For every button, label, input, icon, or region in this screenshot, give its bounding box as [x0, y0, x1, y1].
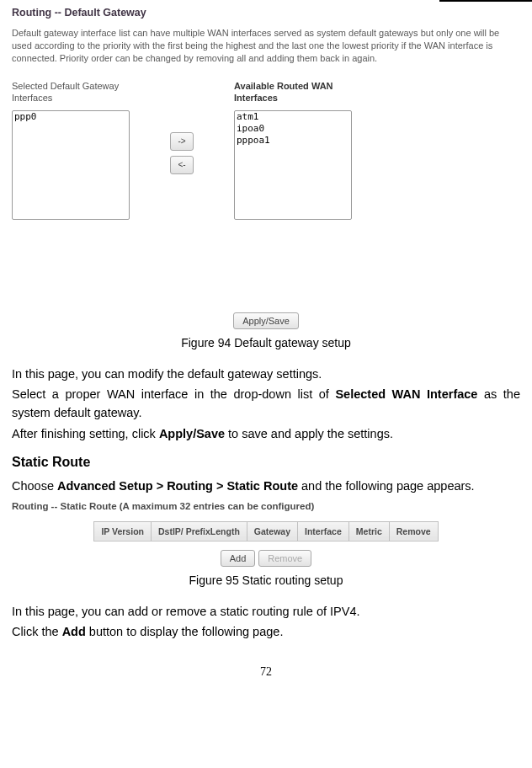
list-item[interactable]: ipoa0 — [235, 123, 351, 135]
list-item[interactable]: atm1 — [235, 111, 351, 123]
paragraph-apply-save: After finishing setting, click Apply/Sav… — [12, 424, 520, 443]
table-header-cell: DstIP/ PrefixLength — [151, 521, 247, 541]
available-interfaces-label: Available Routed WAN Interfaces — [234, 80, 352, 104]
remove-button[interactable]: Remove — [258, 550, 311, 567]
selected-interfaces-listbox[interactable]: ppp0 — [12, 110, 130, 220]
static-route-heading: Static Route — [12, 455, 520, 470]
text-fragment: Click the — [12, 625, 62, 638]
table-header-cell: Gateway — [247, 521, 297, 541]
list-item[interactable]: ppp0 — [13, 111, 129, 123]
text-fragment: to save and apply the settings. — [225, 427, 393, 440]
table-header-cell: Interface — [298, 521, 349, 541]
top-decorative-bar — [439, 0, 532, 2]
static-route-table: IP VersionDstIP/ PrefixLengthGatewayInte… — [93, 521, 438, 541]
text-bold-apply-save: Apply/Save — [159, 427, 225, 440]
paragraph-modify-gateway: In this page, you can modify the default… — [12, 365, 520, 383]
text-fragment: Select a proper WAN interface in the dro… — [12, 387, 335, 401]
table-header-cell: IP Version — [94, 521, 152, 541]
apply-save-button[interactable]: Apply/Save — [233, 312, 299, 329]
paragraph-choose-static-route: Choose Advanced Setup > Routing > Static… — [12, 477, 520, 495]
static-route-panel-title: Routing -- Static Route (A maximum 32 en… — [12, 501, 520, 511]
page-number: 72 — [12, 665, 520, 679]
text-fragment: After finishing setting, click — [12, 427, 159, 440]
available-interfaces-listbox[interactable]: atm1ipoa0pppoa1 — [234, 110, 352, 220]
move-right-button[interactable]: -> — [170, 132, 194, 151]
text-fragment: and the following page appears. — [298, 479, 475, 493]
table-header-cell: Remove — [389, 521, 438, 541]
figure-94-caption: Figure 94 Default gateway setup — [12, 336, 520, 349]
text-bold-nav-path: Advanced Setup > Routing > Static Route — [57, 479, 298, 493]
text-bold-add: Add — [62, 625, 86, 638]
text-bold-selected-wan: Selected WAN Interface — [335, 387, 477, 401]
gateway-panel-title: Routing -- Default Gateway — [12, 7, 520, 19]
gateway-panel: Routing -- Default Gateway Default gatew… — [12, 7, 520, 329]
selected-interfaces-label: Selected Default Gateway Interfaces — [12, 80, 130, 104]
static-route-panel: Routing -- Static Route (A maximum 32 en… — [12, 501, 520, 567]
paragraph-click-add: Click the Add button to display the foll… — [12, 622, 520, 641]
table-header-cell: Metric — [348, 521, 389, 541]
list-item[interactable]: pppoa1 — [235, 135, 351, 147]
text-fragment: Choose — [12, 479, 57, 493]
figure-95-caption: Figure 95 Static routing setup — [12, 573, 520, 587]
text-fragment: button to display the following page. — [86, 625, 284, 638]
paragraph-select-wan: Select a proper WAN interface in the dro… — [12, 385, 520, 423]
gateway-panel-description: Default gateway interface list can have … — [12, 27, 520, 65]
paragraph-add-remove-rule: In this page, you can add or remove a st… — [12, 602, 520, 621]
move-left-button[interactable]: <- — [170, 156, 194, 174]
add-button[interactable]: Add — [221, 550, 256, 567]
